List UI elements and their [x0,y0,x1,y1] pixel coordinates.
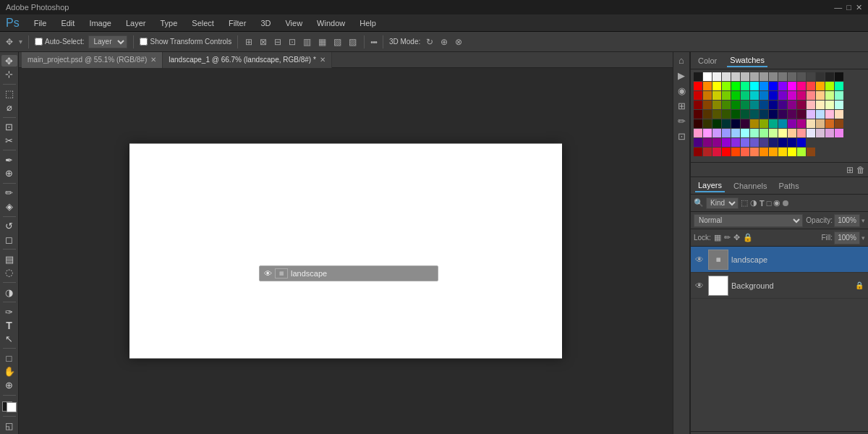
lasso-tool[interactable]: ⌀ [1,101,17,113]
layer-item-landscape[interactable]: 👁 ▦ landscape [691,247,868,273]
swatch[interactable] [722,110,731,119]
3d-rotate-icon[interactable]: ↻ [425,37,435,47]
swatch[interactable] [816,101,825,109]
tab-main-project[interactable]: main_project.psd @ 55.1% (RGB/8#) ✕ [22,52,163,68]
menu-layer[interactable]: Layer [123,17,149,29]
menu-window[interactable]: Window [314,17,348,29]
lock-position-icon[interactable]: ✥ [733,233,740,242]
swatch[interactable] [750,101,759,109]
swatch[interactable] [778,101,787,109]
swatch[interactable] [807,129,815,137]
swatch[interactable] [769,148,778,156]
swatch[interactable] [731,91,740,100]
swatch[interactable] [731,82,740,90]
show-transform-input[interactable] [140,38,148,46]
swatch[interactable] [703,72,712,81]
side-icon-5[interactable]: ✏ [678,116,686,127]
kind-filter-select[interactable]: Kind [706,197,739,209]
swatch[interactable] [731,101,740,109]
align-center-icon[interactable]: ⊠ [258,37,268,47]
side-icon-4[interactable]: ⊞ [678,101,686,111]
color-boxes[interactable] [2,401,17,412]
crop-tool[interactable]: ⊡ [1,121,17,132]
blend-mode-select[interactable]: Normal Multiply Screen [694,214,803,227]
layer-eye-landscape[interactable]: 👁 [695,255,705,265]
lock-image-icon[interactable]: ✏ [724,233,731,242]
hand-tool[interactable]: ✋ [1,366,17,378]
swatch[interactable] [797,82,806,90]
swatch[interactable] [741,119,749,128]
swatch[interactable] [694,148,702,156]
swatch[interactable] [835,91,843,100]
swatch[interactable] [769,129,778,137]
swatch[interactable] [750,119,759,128]
more-options-icon[interactable]: ••• [370,38,377,46]
auto-select-input[interactable] [35,38,43,46]
shape-filter-icon[interactable]: □ [767,199,772,208]
swatch[interactable] [703,138,712,147]
blur-tool[interactable]: ◌ [1,267,17,278]
show-transform-checkbox[interactable]: Show Transform Controls [140,38,231,46]
swatch[interactable] [750,72,759,81]
swatch[interactable] [694,91,702,100]
swatch[interactable] [731,148,740,156]
swatch[interactable] [741,110,749,119]
menu-edit[interactable]: Edit [58,17,77,29]
swatch[interactable] [741,138,749,147]
opacity-input[interactable] [834,214,860,227]
swatch[interactable] [825,110,834,119]
swatch[interactable] [703,101,712,109]
menu-type[interactable]: Type [157,17,180,29]
swatch[interactable] [712,91,721,100]
lock-all-icon[interactable]: 🔒 [743,233,753,242]
tab-paths[interactable]: Paths [776,180,802,192]
swatch[interactable] [712,82,721,90]
swatch[interactable] [703,110,712,119]
stamp-tool[interactable]: ◈ [1,200,17,212]
menu-help[interactable]: Help [357,17,379,29]
swatch[interactable] [807,82,815,90]
swatch[interactable] [825,129,834,137]
swatch[interactable] [722,148,731,156]
swatch[interactable] [835,101,843,109]
path-select-tool[interactable]: ↖ [1,333,17,344]
menu-filter[interactable]: Filter [226,17,249,29]
swatch[interactable] [750,82,759,90]
swatch[interactable] [750,138,759,147]
brush-tool[interactable]: ✏ [1,187,17,199]
side-icon-3[interactable]: ◉ [678,85,686,96]
swatch[interactable] [797,101,806,109]
swatch[interactable] [769,119,778,128]
swatch[interactable] [712,110,721,119]
swatch[interactable] [769,91,778,100]
distribute4-icon[interactable]: ▨ [347,37,358,47]
slice-tool[interactable]: ✂ [1,135,17,146]
move-tool[interactable]: ✥ [1,55,17,67]
swatch[interactable] [778,110,787,119]
swatch[interactable] [797,91,806,100]
swatch[interactable] [731,72,740,81]
tab-landscape-close[interactable]: ✕ [320,56,326,64]
menu-file[interactable]: File [31,17,50,29]
align-top-icon[interactable]: ⊡ [287,37,297,47]
zoom-tool[interactable]: ⊕ [1,379,17,391]
swatch[interactable] [760,138,768,147]
tab-channels[interactable]: Channels [731,180,770,192]
dodge-tool[interactable]: ◑ [1,286,17,298]
pixel-filter-icon[interactable]: ⬚ [741,198,748,208]
pen-tool[interactable]: ✑ [1,306,17,318]
swatch[interactable] [816,119,825,128]
swatch[interactable] [712,101,721,109]
swatch[interactable] [760,82,768,90]
screen-mode[interactable]: ◱ [1,420,17,432]
layer-tooltip-eye[interactable]: 👁 [264,269,272,278]
layer-item-background[interactable]: 👁 Background 🔒 [691,273,868,299]
swatch[interactable] [694,138,702,147]
tab-landscape[interactable]: landscape_1 @ 66.7% (landscape, RGB/8#) … [163,52,332,68]
swatch[interactable] [788,101,796,109]
swatch[interactable] [731,119,740,128]
swatch[interactable] [760,91,768,100]
swatch[interactable] [694,72,702,81]
swatch[interactable] [731,110,740,119]
3d-zoom-icon[interactable]: ⊗ [454,37,464,47]
